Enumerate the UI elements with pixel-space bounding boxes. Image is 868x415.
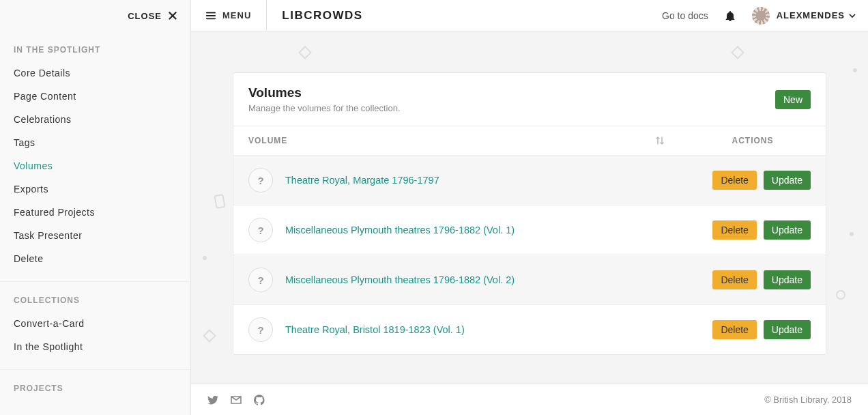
- sort-toggle[interactable]: [652, 136, 667, 145]
- menu-button[interactable]: MENU: [191, 0, 267, 31]
- sidebar-item-delete[interactable]: Delete: [0, 247, 190, 270]
- sidebar-item-featured-projects[interactable]: Featured Projects: [0, 201, 190, 224]
- sort-icon: [656, 136, 664, 145]
- close-icon: [169, 12, 177, 20]
- volume-link[interactable]: Miscellaneous Plymouth theatres 1796-188…: [285, 225, 695, 235]
- user-menu[interactable]: ALEXMENDES: [752, 7, 856, 25]
- twitter-icon[interactable]: [207, 395, 218, 405]
- sidebar-item-celebrations[interactable]: Celebrations: [0, 108, 190, 131]
- notifications-bell-icon[interactable]: [725, 10, 736, 21]
- question-icon: ?: [248, 268, 273, 292]
- email-icon[interactable]: [231, 395, 242, 405]
- delete-button[interactable]: Delete: [712, 270, 756, 289]
- delete-button[interactable]: Delete: [712, 171, 756, 190]
- update-button[interactable]: Update: [764, 320, 811, 339]
- question-icon: ?: [248, 317, 273, 342]
- nav-section: IN THE SPOTLIGHT Core Details Page Conte…: [0, 31, 190, 276]
- brand-logo[interactable]: LIBCROWDS: [282, 9, 362, 23]
- menu-label: MENU: [222, 10, 251, 20]
- sidebar-item-page-content[interactable]: Page Content: [0, 85, 190, 108]
- delete-button[interactable]: Delete: [712, 320, 756, 339]
- update-button[interactable]: Update: [764, 270, 811, 289]
- nav-section: PROJECTS: [0, 369, 190, 400]
- card-title: Volumes: [248, 85, 775, 100]
- sidebar-item-task-presenter[interactable]: Task Presenter: [0, 224, 190, 247]
- sidebar-item-exports[interactable]: Exports: [0, 177, 190, 201]
- username: ALEXMENDES: [777, 10, 845, 20]
- table-body: ? Theatre Royal, Margate 1796-1797 Delet…: [233, 155, 826, 354]
- hamburger-icon: [206, 11, 216, 20]
- volume-link[interactable]: Theatre Royal, Margate 1796-1797: [285, 175, 695, 186]
- sidebar-item-convert-a-card[interactable]: Convert-a-Card: [0, 312, 190, 335]
- table-row: ? Theatre Royal, Margate 1796-1797 Delet…: [233, 155, 826, 205]
- footer-social-icons: [207, 395, 265, 405]
- footer: © British Library, 2018: [191, 384, 868, 415]
- topbar: MENU LIBCROWDS Go to docs ALEXMENDES: [191, 0, 868, 31]
- volume-link[interactable]: Miscellaneous Plymouth theatres 1796-188…: [285, 274, 695, 285]
- main-content: Volumes Manage the volumes for the colle…: [191, 31, 868, 384]
- nav-section-heading-collections[interactable]: COLLECTIONS: [0, 282, 190, 312]
- docs-link[interactable]: Go to docs: [662, 10, 708, 21]
- nav-section: COLLECTIONS Convert-a-Card In the Spotli…: [0, 281, 190, 364]
- sidebar-item-in-the-spotlight[interactable]: In the Spotlight: [0, 335, 190, 358]
- sidebar-close-button[interactable]: CLOSE: [0, 0, 190, 31]
- table-row: ? Theatre Royal, Bristol 1819-1823 (Vol.…: [233, 304, 826, 354]
- nav-section-heading-projects[interactable]: PROJECTS: [0, 370, 190, 400]
- sidebar-item-tags[interactable]: Tags: [0, 131, 190, 154]
- sidebar-close-label: CLOSE: [128, 11, 162, 21]
- table-header: VOLUME ACTIONS: [233, 126, 826, 155]
- avatar: [752, 7, 770, 25]
- sidebar-item-core-details[interactable]: Core Details: [0, 61, 190, 85]
- update-button[interactable]: Update: [764, 220, 811, 240]
- volume-link[interactable]: Theatre Royal, Bristol 1819-1823 (Vol. 1…: [285, 324, 695, 335]
- sidebar: CLOSE IN THE SPOTLIGHT Core Details Page…: [0, 0, 191, 415]
- nav-section-heading-spotlight[interactable]: IN THE SPOTLIGHT: [0, 31, 190, 61]
- question-icon: ?: [248, 168, 273, 192]
- footer-copyright: © British Library, 2018: [764, 395, 852, 405]
- table-row: ? Miscellaneous Plymouth theatres 1796-1…: [233, 255, 826, 304]
- card-subtitle: Manage the volumes for the collection.: [248, 103, 775, 113]
- question-icon: ?: [248, 218, 273, 242]
- column-header-actions: ACTIONS: [695, 136, 811, 145]
- github-icon[interactable]: [254, 395, 265, 405]
- table-row: ? Miscellaneous Plymouth theatres 1796-1…: [233, 205, 826, 255]
- chevron-down-icon: [849, 12, 856, 19]
- card-header: Volumes Manage the volumes for the colle…: [233, 73, 826, 126]
- volumes-card: Volumes Manage the volumes for the colle…: [233, 72, 826, 355]
- update-button[interactable]: Update: [764, 171, 811, 190]
- sidebar-item-volumes[interactable]: Volumes: [0, 154, 190, 177]
- delete-button[interactable]: Delete: [712, 220, 756, 240]
- column-header-volume: VOLUME: [248, 136, 652, 145]
- new-volume-button[interactable]: New: [775, 90, 811, 109]
